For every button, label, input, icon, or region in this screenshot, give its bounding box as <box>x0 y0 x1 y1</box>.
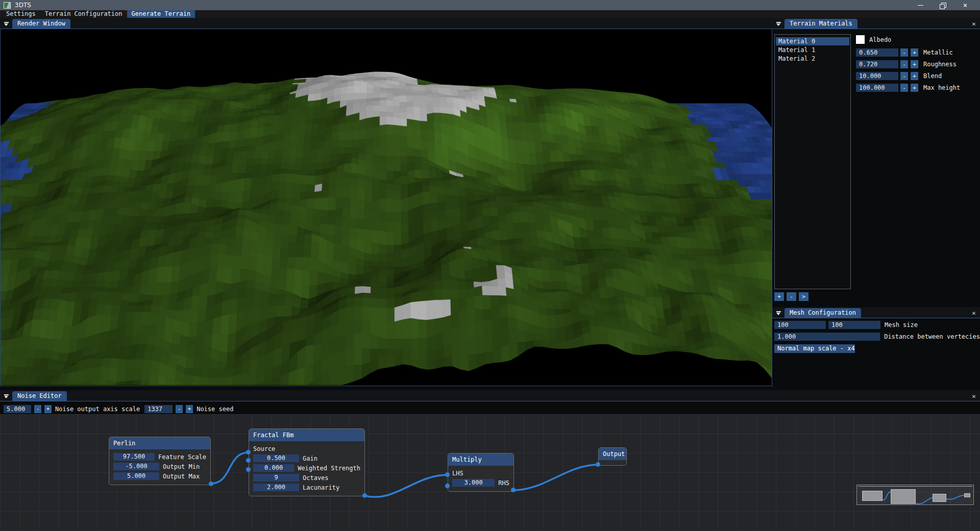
noise-controls: 5.000 - + Noise output axis scale 1337 -… <box>4 404 980 413</box>
render-viewport[interactable] <box>0 29 772 386</box>
pin-perlin-output[interactable] <box>209 482 213 486</box>
render-window-collapse-button[interactable] <box>1 19 11 29</box>
noise-seed-input[interactable]: 1337 <box>144 405 173 413</box>
node-perlin[interactable]: Perlin 97.500 Feature Scale -5.000 Outpu… <box>109 437 211 485</box>
render-window-header: Render Window <box>0 18 772 29</box>
close-button[interactable]: × <box>954 0 976 10</box>
node-output[interactable]: Output <box>598 447 627 466</box>
terrain-3d-render[interactable] <box>1 29 772 385</box>
terrain-materials-close-button[interactable]: × <box>968 19 980 29</box>
noise-seed-increment-button[interactable]: + <box>186 405 193 413</box>
fbm-source-label: Source <box>253 445 275 452</box>
node-fbm-title[interactable]: Fractal FBm <box>249 429 364 441</box>
blend-label: Blend <box>923 72 942 80</box>
node-graph-canvas[interactable]: Perlin 97.500 Feature Scale -5.000 Outpu… <box>0 414 980 531</box>
restore-button[interactable] <box>932 0 954 10</box>
pin-fbm-output[interactable] <box>362 493 367 498</box>
pin-multiply-lhs-input[interactable] <box>445 472 450 477</box>
tab-terrain-materials[interactable]: Terrain Materials <box>785 19 857 29</box>
roughness-increment-button[interactable]: + <box>911 60 918 68</box>
terrain-materials-panel: Terrain Materials × Material 0 Material … <box>772 18 980 307</box>
close-icon: × <box>963 2 967 9</box>
roughness-input[interactable]: 0.720 <box>856 60 898 68</box>
normal-map-row: Normal map scale - x4 <box>774 344 980 352</box>
fbm-gain-label: Gain <box>303 455 317 462</box>
perlin-feature-scale-input[interactable]: 97.500 <box>113 453 155 461</box>
mesh-size-y-input[interactable]: 100 <box>828 321 880 329</box>
menu-item-generate-terrain[interactable]: Generate Terrain <box>127 10 195 18</box>
noise-editor-header: Noise Editor × <box>0 390 980 401</box>
material-list-item-2[interactable]: Material 2 <box>776 55 849 63</box>
perlin-output-max-input[interactable]: 5.000 <box>113 472 159 480</box>
noise-editor-close-button[interactable]: × <box>968 391 980 401</box>
multiply-rhs-input[interactable]: 3.000 <box>452 479 495 487</box>
pin-fbm-gain-input[interactable] <box>246 458 251 463</box>
mesh-size-x-input[interactable]: 100 <box>774 321 826 329</box>
node-multiply-title[interactable]: Multiply <box>448 453 513 466</box>
material-next-button[interactable]: > <box>799 292 808 301</box>
blend-increment-button[interactable]: + <box>911 72 918 80</box>
node-multiply[interactable]: Multiply LHS 3.000 RHS <box>448 453 514 492</box>
fbm-octaves-input[interactable]: 9 <box>253 474 299 482</box>
multiply-lhs-label: LHS <box>452 470 463 477</box>
material-properties: Albedo 0.650 - + Metallic 0.720 - + Roug… <box>856 35 960 92</box>
node-perlin-title[interactable]: Perlin <box>109 437 210 449</box>
menu-item-terrain-configuration[interactable]: Terrain Configuration <box>40 10 127 18</box>
mesh-configuration-header: Mesh Configuration × <box>772 307 980 318</box>
mesh-configuration-close-button[interactable]: × <box>968 308 980 318</box>
pin-fbm-source-input[interactable] <box>246 450 251 454</box>
blend-decrement-button[interactable]: - <box>900 72 908 80</box>
metallic-input[interactable]: 0.650 <box>856 48 898 57</box>
max-height-input[interactable]: 100.000 <box>856 84 898 92</box>
mesh-configuration-collapse-button[interactable] <box>773 308 783 318</box>
blend-input[interactable]: 10.000 <box>856 72 898 80</box>
minimize-button[interactable] <box>909 0 932 10</box>
pin-multiply-rhs-input[interactable] <box>445 484 450 488</box>
albedo-color-swatch[interactable] <box>856 35 865 44</box>
roughness-row: 0.720 - + Roughness <box>856 60 960 68</box>
tab-mesh-configuration[interactable]: Mesh Configuration <box>785 308 861 318</box>
node-graph-minimap[interactable] <box>856 485 974 505</box>
metallic-row: 0.650 - + Metallic <box>856 48 960 57</box>
fbm-weighted-strength-input[interactable]: 0.000 <box>253 464 294 472</box>
material-remove-button[interactable]: - <box>787 292 796 301</box>
metallic-increment-button[interactable]: + <box>911 48 918 57</box>
restore-icon <box>940 3 946 8</box>
noise-editor-panel: Noise Editor × 5.000 - + Noise output ax… <box>0 386 980 531</box>
mesh-configuration-body: 100 100 Mesh size 1.000 Distance between… <box>772 318 980 352</box>
pin-output-input[interactable] <box>596 462 600 467</box>
material-list-item-0[interactable]: Material 0 <box>776 37 849 45</box>
menubar: Settings Terrain Configuration Generate … <box>0 10 980 18</box>
material-add-button[interactable]: + <box>774 292 784 301</box>
metallic-decrement-button[interactable]: - <box>900 48 908 57</box>
noise-axis-scale-increment-button[interactable]: + <box>44 405 52 413</box>
menu-item-settings[interactable]: Settings <box>2 10 40 18</box>
window-title: 3DTS <box>15 2 31 9</box>
minimap-links <box>857 485 974 505</box>
normal-map-scale-button[interactable]: Normal map scale - x4 <box>774 344 855 353</box>
max-height-increment-button[interactable]: + <box>911 84 918 92</box>
tab-render-window[interactable]: Render Window <box>12 19 70 29</box>
node-fractal-fbm[interactable]: Fractal FBm Source 0.500 Gain 0.000 Weig… <box>249 428 365 496</box>
pin-multiply-output[interactable] <box>511 488 516 492</box>
roughness-decrement-button[interactable]: - <box>900 60 908 68</box>
noise-editor-collapse-button[interactable] <box>1 391 11 401</box>
multiply-rhs-label: RHS <box>498 479 509 487</box>
max-height-decrement-button[interactable]: - <box>900 84 908 92</box>
pin-fbm-weighted-strength-input[interactable] <box>246 467 251 472</box>
material-list[interactable]: Material 0 Material 1 Material 2 <box>774 34 851 289</box>
fbm-lacunarity-input[interactable]: 2.000 <box>253 484 299 491</box>
noise-axis-scale-decrement-button[interactable]: - <box>34 405 41 413</box>
link-fbm-to-multiply <box>365 475 448 497</box>
material-list-item-1[interactable]: Material 1 <box>776 46 849 54</box>
node-output-title[interactable]: Output <box>599 448 626 460</box>
fbm-gain-input[interactable]: 0.500 <box>253 454 299 462</box>
vertex-distance-input[interactable]: 1.000 <box>774 333 880 341</box>
albedo-label: Albedo <box>869 36 891 43</box>
perlin-output-min-input[interactable]: -5.000 <box>113 463 159 470</box>
noise-axis-scale-input[interactable]: 5.000 <box>4 405 31 413</box>
application-window: 3DTS × Settings Terrain Configuration Ge… <box>0 0 980 531</box>
tab-noise-editor[interactable]: Noise Editor <box>12 391 67 401</box>
noise-seed-decrement-button[interactable]: - <box>176 405 183 413</box>
terrain-materials-collapse-button[interactable] <box>773 19 783 29</box>
